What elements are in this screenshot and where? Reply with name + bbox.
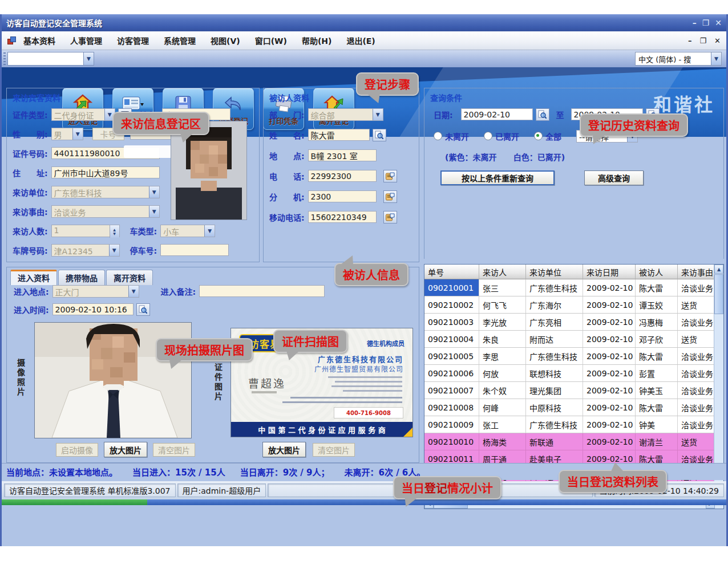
- table-cell: 谢清兰: [636, 433, 678, 450]
- cert-type-select[interactable]: 二代身份证▼: [51, 108, 115, 121]
- date-from-picker-button[interactable]: [536, 108, 549, 121]
- cert-no-label: 证件号码:: [13, 148, 48, 159]
- clear-photo-button[interactable]: 清空图片: [153, 443, 195, 457]
- entry-place-select[interactable]: 正大门▼: [52, 285, 139, 298]
- call-mobile-button[interactable]: [383, 211, 397, 223]
- clear-card-button[interactable]: 清空图片: [313, 443, 355, 457]
- menu-item-window[interactable]: 窗口(W): [255, 35, 287, 46]
- chevron-down-icon[interactable]: ▼: [83, 52, 94, 65]
- column-header[interactable]: 来访事由: [678, 265, 715, 279]
- menu-item-visitor[interactable]: 访客管理: [117, 35, 149, 46]
- table-row[interactable]: 090210008何峰中原科技2009-02-10陈大雷洽谈业务: [424, 399, 723, 416]
- advanced-query-button[interactable]: 高级查询: [584, 170, 644, 185]
- address-field[interactable]: 广州市中山大道89号: [51, 166, 160, 178]
- visited-name-field[interactable]: 陈大雷: [308, 129, 370, 141]
- zoom-card-button[interactable]: 放大图片: [262, 442, 306, 457]
- gender-select[interactable]: 男▼: [51, 128, 83, 140]
- table-row[interactable]: 090210004朱良附而达2009-02-10邓子欣送货: [424, 331, 723, 348]
- tab-entry-info[interactable]: 进入资料: [10, 270, 57, 285]
- parking-field[interactable]: [160, 244, 229, 256]
- chevron-down-icon[interactable]: ▼: [72, 128, 83, 140]
- menu-item-hr[interactable]: 人事管理: [70, 35, 102, 46]
- menu-item-help[interactable]: 帮助(H): [302, 35, 332, 46]
- place-field[interactable]: B幢 2301 室: [308, 149, 377, 161]
- radio-left[interactable]: 已离开: [484, 131, 519, 142]
- table-cell: 何飞飞: [479, 296, 526, 313]
- menu-item-system[interactable]: 系统管理: [164, 35, 196, 46]
- column-header[interactable]: 单号: [424, 265, 479, 279]
- toolbar-grip[interactable]: [3, 52, 6, 65]
- table-row[interactable]: 090210007朱个奴理光集团2009-02-10钟美玉洽谈业务: [424, 382, 723, 399]
- menu-item-exit[interactable]: 退出(E): [346, 35, 375, 46]
- chevron-down-icon[interactable]: ▼: [373, 109, 383, 120]
- scroll-up-icon[interactable]: ▲: [714, 265, 723, 274]
- mobile-field[interactable]: 15602210349: [308, 211, 377, 223]
- ext-field[interactable]: 2300: [308, 190, 377, 202]
- column-header[interactable]: 来访日期: [583, 265, 636, 279]
- mdi-close-button[interactable]: ✕: [714, 36, 721, 45]
- column-header[interactable]: 被访人: [636, 265, 678, 279]
- table-row[interactable]: 090210001张三广东德生科技2009-02-10陈大雷洽谈业务: [424, 279, 723, 296]
- callout-live-photo: 现场拍摄照片图: [156, 338, 253, 361]
- zoom-photo-button[interactable]: 放大图片: [104, 442, 147, 457]
- spinner-icon[interactable]: ▲▼: [110, 225, 119, 238]
- table-cell: 陈大雷: [636, 348, 678, 364]
- entry-time-field[interactable]: 2009-02-10 10:16: [52, 303, 134, 315]
- chevron-down-icon[interactable]: ▼: [149, 186, 159, 198]
- entry-tabstrip: 进入资料 携带物品 离开资料: [10, 270, 154, 285]
- dept-select[interactable]: 综合部▼: [308, 108, 383, 121]
- menu-bar: 基本资料 人事管理 访客管理 系统管理 视图(V) 窗口(W) 帮助(H) 退出…: [2, 31, 726, 50]
- table-cell: 邓子欣: [636, 331, 678, 347]
- tab-leave-info[interactable]: 离开资料: [106, 270, 153, 285]
- chevron-down-icon[interactable]: ▼: [149, 206, 159, 217]
- people-stepper[interactable]: 1▲▼: [51, 225, 120, 237]
- mdi-minimize-button[interactable]: –: [688, 36, 692, 45]
- scroll-thumb[interactable]: [714, 274, 723, 314]
- radio-all[interactable]: 全部: [534, 131, 561, 142]
- table-cell: 洽谈业务: [678, 399, 715, 416]
- start-camera-button[interactable]: 启动摄像: [56, 443, 98, 457]
- table-row[interactable]: 090210006何放联想科技2009-02-10彭置洽谈业务: [424, 365, 723, 382]
- table-cell: 2009-02-10: [583, 433, 636, 450]
- entry-time-label: 进入时间:: [14, 304, 49, 315]
- menu-item-view[interactable]: 视图(V): [211, 35, 240, 46]
- quick-search-combo[interactable]: ▼: [7, 52, 94, 66]
- menu-item-basic[interactable]: 基本资料: [23, 35, 55, 46]
- call-phone-button[interactable]: [383, 170, 397, 182]
- chevron-down-icon[interactable]: ▼: [128, 286, 139, 297]
- radio-icon: [434, 132, 442, 140]
- chevron-down-icon[interactable]: ▼: [109, 245, 119, 256]
- table-row[interactable]: 090210009张工广东德生科技2009-02-10钟美洽谈业务: [424, 416, 723, 433]
- mdi-restore-button[interactable]: ❐: [699, 36, 706, 45]
- table-cell: 何放: [479, 365, 526, 381]
- entry-time-picker-button[interactable]: [136, 303, 150, 316]
- entry-remark-field[interactable]: [199, 285, 325, 297]
- search-person-button[interactable]: [373, 129, 386, 141]
- table-row[interactable]: 090210010杨海类新联通2009-02-10谢清兰送货: [424, 433, 723, 450]
- table-cell: 2009-02-10: [583, 399, 636, 416]
- date-from-field[interactable]: 2009-02-10: [461, 108, 533, 120]
- call-ext-button[interactable]: [383, 190, 397, 203]
- close-button[interactable]: ✕: [715, 19, 722, 27]
- requery-button[interactable]: 按以上条件重新查询: [440, 170, 555, 185]
- table-cell: 2009-02-10: [583, 416, 636, 433]
- table-cell: 张三: [479, 279, 526, 296]
- chevron-down-icon[interactable]: ▼: [711, 52, 721, 65]
- vehicle-select[interactable]: 小车▼: [160, 225, 215, 237]
- table-row[interactable]: 090210002何飞飞广东海尔2009-02-10谭玉姣送货: [424, 296, 723, 314]
- table-row[interactable]: 090210005李思广东德生科技2009-02-10陈大雷洽谈业务: [424, 348, 723, 365]
- chevron-down-icon[interactable]: ▼: [204, 225, 215, 237]
- reason-select[interactable]: 洽谈业务▼: [51, 205, 160, 218]
- minimize-button[interactable]: –: [693, 19, 697, 27]
- column-header[interactable]: 来访人: [479, 265, 526, 279]
- table-row[interactable]: 090210003李光放广东亮相2009-02-10冯惠梅洽谈业务: [424, 314, 723, 331]
- company-select[interactable]: 广东德生科技▼: [51, 186, 160, 198]
- restore-button[interactable]: ❐: [702, 19, 710, 27]
- tab-carried-items[interactable]: 携带物品: [58, 270, 105, 285]
- phone-field[interactable]: 22992300: [308, 170, 377, 182]
- radio-not-left[interactable]: 未离开: [434, 131, 469, 142]
- calendar-search-icon: [139, 305, 147, 314]
- language-bar[interactable]: 中文 (简体) - 搜 ▼: [635, 52, 722, 66]
- column-header[interactable]: 来访单位: [526, 265, 583, 279]
- plate-select[interactable]: 津A12345▼: [51, 244, 120, 257]
